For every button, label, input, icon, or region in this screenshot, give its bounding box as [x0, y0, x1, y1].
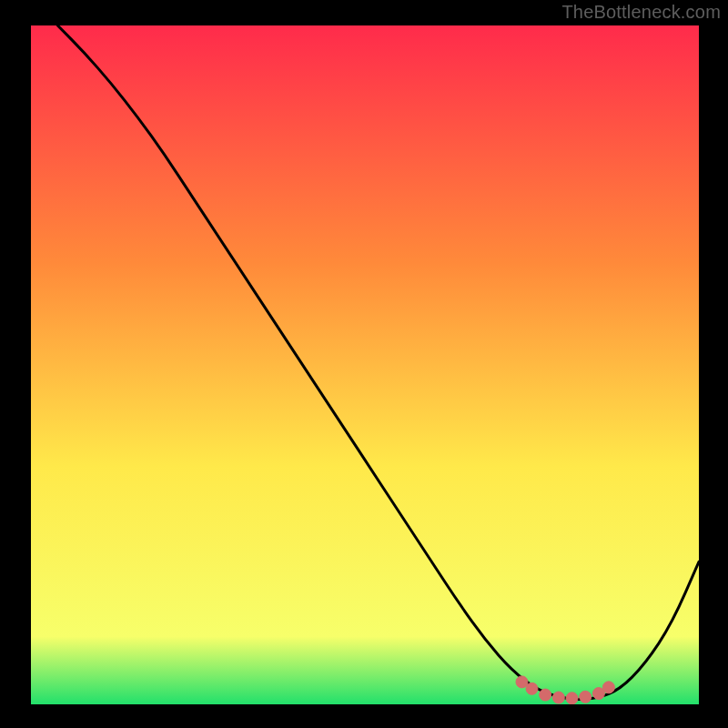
chart-svg	[31, 25, 699, 704]
gradient-background	[31, 25, 699, 704]
plot-area	[31, 25, 699, 704]
optimal-marker	[602, 682, 614, 693]
optimal-marker	[552, 692, 564, 703]
optimal-marker	[566, 693, 578, 704]
optimal-marker	[540, 689, 551, 701]
optimal-marker	[526, 682, 538, 694]
optimal-marker	[580, 691, 592, 703]
chart-frame: TheBottleneck.com	[0, 0, 728, 728]
optimal-marker	[516, 676, 528, 688]
watermark-text: TheBottleneck.com	[561, 2, 721, 23]
